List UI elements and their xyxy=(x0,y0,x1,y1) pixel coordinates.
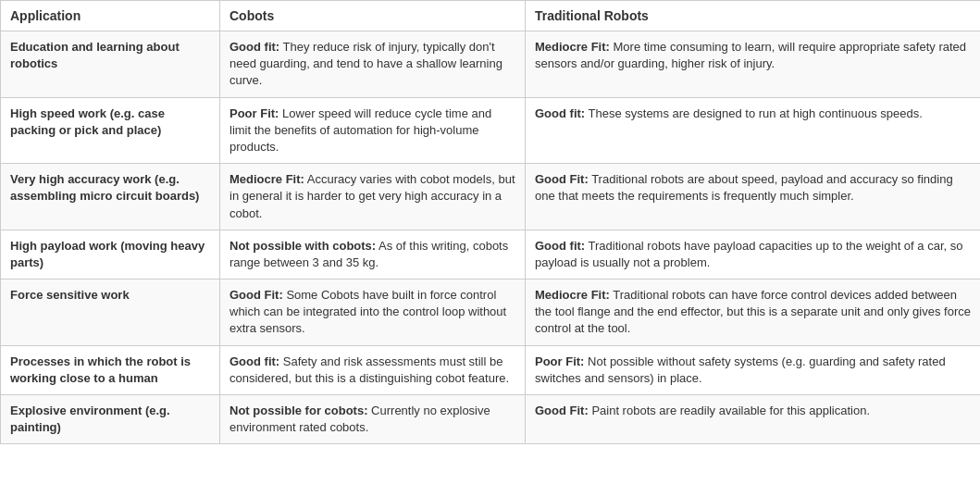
cobots-cell: Good Fit: Some Cobots have built in forc… xyxy=(220,280,526,346)
comparison-table: Application Cobots Traditional Robots Ed… xyxy=(0,0,980,444)
application-cell: Force sensitive work xyxy=(1,280,220,346)
cobots-cell: Good fit: They reduce risk of injury, ty… xyxy=(220,31,526,98)
application-cell: High payload work (moving heavy parts) xyxy=(1,230,220,279)
table-row: High speed work (e.g. case packing or pi… xyxy=(1,97,981,164)
table-row: Very high accuracy work (e.g. assembling… xyxy=(1,164,981,230)
cobots-cell: Not possible for cobots: Currently no ex… xyxy=(220,395,526,444)
application-cell: Explosive environment (e.g. painting) xyxy=(1,395,220,444)
application-cell: High speed work (e.g. case packing or pi… xyxy=(1,97,220,164)
header-traditional: Traditional Robots xyxy=(526,1,981,31)
header-cobots: Cobots xyxy=(220,1,526,31)
cobots-cell: Good fit: Safety and risk assessments mu… xyxy=(220,345,526,394)
traditional-cell: Mediocre Fit: More time consuming to lea… xyxy=(526,31,981,98)
traditional-cell: Good fit: Traditional robots have payloa… xyxy=(526,230,981,279)
table-row: High payload work (moving heavy parts)No… xyxy=(1,230,981,279)
traditional-cell: Poor Fit: Not possible without safety sy… xyxy=(526,345,981,394)
table-row: Explosive environment (e.g. painting)Not… xyxy=(1,395,981,444)
table-row: Education and learning about roboticsGoo… xyxy=(1,31,981,98)
table-row: Processes in which the robot is working … xyxy=(1,345,981,394)
cobots-cell: Not possible with cobots: As of this wri… xyxy=(220,230,526,279)
cobots-cell: Mediocre Fit: Accuracy varies with cobot… xyxy=(220,164,526,230)
application-cell: Processes in which the robot is working … xyxy=(1,345,220,394)
traditional-cell: Good fit: These systems are designed to … xyxy=(526,97,981,164)
application-cell: Education and learning about robotics xyxy=(1,31,220,98)
traditional-cell: Good Fit: Paint robots are readily avail… xyxy=(526,395,981,444)
header-application: Application xyxy=(1,1,220,31)
traditional-cell: Good Fit: Traditional robots are about s… xyxy=(526,164,981,230)
cobots-cell: Poor Fit: Lower speed will reduce cycle … xyxy=(220,97,526,164)
traditional-cell: Mediocre Fit: Traditional robots can hav… xyxy=(526,280,981,346)
application-cell: Very high accuracy work (e.g. assembling… xyxy=(1,164,220,230)
table-row: Force sensitive workGood Fit: Some Cobot… xyxy=(1,280,981,346)
